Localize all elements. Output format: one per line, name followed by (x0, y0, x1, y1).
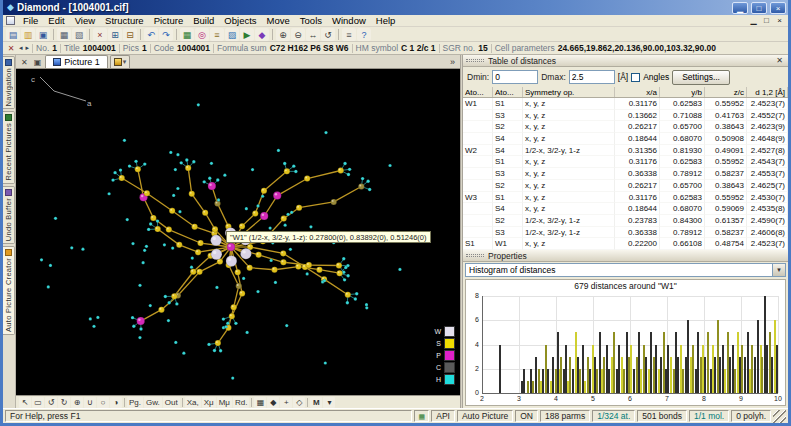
atom[interactable] (354, 297, 357, 300)
legend-swatch-S[interactable] (444, 338, 455, 349)
atom[interactable] (47, 285, 50, 288)
column-header[interactable]: y/b (660, 87, 705, 97)
copy-icon[interactable]: ⊞ (108, 28, 122, 41)
atom[interactable] (108, 192, 111, 195)
atom[interactable] (260, 212, 268, 220)
atom[interactable] (150, 215, 156, 221)
atom[interactable] (145, 245, 148, 248)
atom[interactable] (231, 304, 237, 310)
atom[interactable] (269, 226, 272, 229)
distance-row[interactable]: S1x, y, z0.311760.625830.559522.4543(7) (463, 156, 788, 168)
atom[interactable] (316, 267, 322, 273)
atom[interactable] (261, 195, 264, 198)
column-header[interactable]: x/a (615, 87, 660, 97)
drag-grip[interactable] (466, 254, 484, 257)
atom[interactable] (222, 317, 225, 320)
atom[interactable] (309, 225, 312, 228)
atom[interactable] (227, 243, 235, 251)
atom[interactable] (189, 191, 195, 197)
atom[interactable] (176, 153, 179, 156)
distance-row[interactable]: S3x, y, z0.363380.789120.582372.4553(7) (463, 168, 788, 180)
atom[interactable] (113, 171, 116, 174)
atom[interactable] (215, 286, 218, 289)
atom[interactable] (346, 274, 349, 277)
atom[interactable] (167, 301, 170, 304)
atom[interactable] (155, 226, 161, 232)
atom[interactable] (197, 269, 203, 275)
atom[interactable] (343, 162, 346, 165)
atom[interactable] (174, 168, 177, 171)
atom[interactable] (366, 180, 369, 183)
distance-row[interactable]: W2S41/2-x, 3/2-y, 1-z0.313560.819300.490… (463, 145, 788, 157)
atom[interactable] (172, 194, 175, 197)
gw-button[interactable]: Gw. (144, 397, 162, 408)
xm-button[interactable]: Xμ (202, 397, 216, 408)
menu-move[interactable]: Move (262, 15, 295, 27)
select-tool-icon[interactable]: ↖ (19, 397, 31, 408)
resize-grip[interactable] (773, 410, 786, 423)
settings-button[interactable]: Settings... (672, 70, 730, 85)
atom[interactable] (175, 302, 178, 305)
out-button[interactable]: Out (163, 397, 180, 408)
atom[interactable] (135, 166, 141, 172)
distance-row[interactable]: S4x, y, z0.186440.680700.509082.4648(9) (463, 133, 788, 145)
atom[interactable] (138, 336, 141, 339)
mm-button[interactable]: Mμ (217, 397, 232, 408)
drag-grip[interactable] (466, 59, 484, 62)
tab-overflow-chevron[interactable]: » (450, 57, 457, 67)
atom[interactable] (331, 199, 337, 205)
atom[interactable] (134, 160, 137, 163)
atom[interactable] (92, 325, 95, 328)
atom[interactable] (256, 290, 259, 293)
restore-button[interactable]: □ (751, 2, 767, 14)
atom[interactable] (236, 283, 242, 289)
atom[interactable] (229, 313, 235, 319)
menu-edit[interactable]: Edit (43, 15, 69, 27)
document-icon[interactable] (6, 16, 15, 25)
atom[interactable] (358, 184, 364, 190)
bond-list-icon[interactable]: ≡ (210, 28, 224, 41)
atom[interactable] (163, 243, 166, 246)
atom[interactable] (144, 190, 150, 196)
atom[interactable] (323, 279, 326, 282)
paste-icon[interactable]: ⊟ (123, 28, 137, 41)
atom[interactable] (289, 248, 292, 251)
atom[interactable] (388, 164, 391, 167)
new-picture-icon[interactable]: ▨ (225, 28, 239, 41)
zoom-in-icon[interactable]: ⊕ (276, 28, 290, 41)
distance-row[interactable]: S2x, y, z0.262170.657000.386432.4623(9) (463, 121, 788, 133)
atom[interactable] (261, 188, 267, 194)
new-document-icon[interactable]: ▤ (6, 28, 20, 41)
shade-mode-icon[interactable]: ◑ (110, 397, 122, 408)
distance-row[interactable]: W3S1x, y, z0.311760.625830.559522.4530(7… (463, 192, 788, 204)
atom[interactable] (223, 174, 226, 177)
atom[interactable] (40, 258, 43, 261)
atom[interactable] (324, 361, 327, 364)
menu-build[interactable]: Build (188, 15, 219, 27)
legend-swatch-C[interactable] (444, 362, 455, 373)
atom[interactable] (296, 205, 302, 211)
atom[interactable] (197, 103, 200, 106)
atom[interactable] (166, 227, 172, 233)
atom[interactable] (212, 226, 218, 232)
atom[interactable] (256, 204, 259, 207)
video-icon[interactable]: ◆ (255, 28, 269, 41)
atom[interactable] (217, 198, 220, 201)
atom[interactable] (292, 164, 295, 167)
atom[interactable] (111, 178, 114, 181)
atom[interactable] (89, 317, 92, 320)
atom[interactable] (306, 272, 309, 275)
add-tool-icon[interactable]: + (280, 397, 292, 408)
print-preview-icon[interactable]: ▧ (72, 28, 86, 41)
atom[interactable] (280, 259, 286, 265)
atom[interactable] (182, 352, 185, 355)
atom[interactable] (174, 341, 177, 344)
menu-tools[interactable]: Tools (295, 15, 327, 27)
atom[interactable] (164, 295, 167, 298)
atom[interactable] (192, 160, 195, 163)
atom[interactable] (211, 235, 222, 246)
distance-row[interactable]: S4x, y, z0.186440.680700.590692.4535(8) (463, 203, 788, 215)
atom[interactable] (272, 267, 278, 273)
atom[interactable] (210, 162, 213, 165)
atom[interactable] (213, 349, 216, 352)
